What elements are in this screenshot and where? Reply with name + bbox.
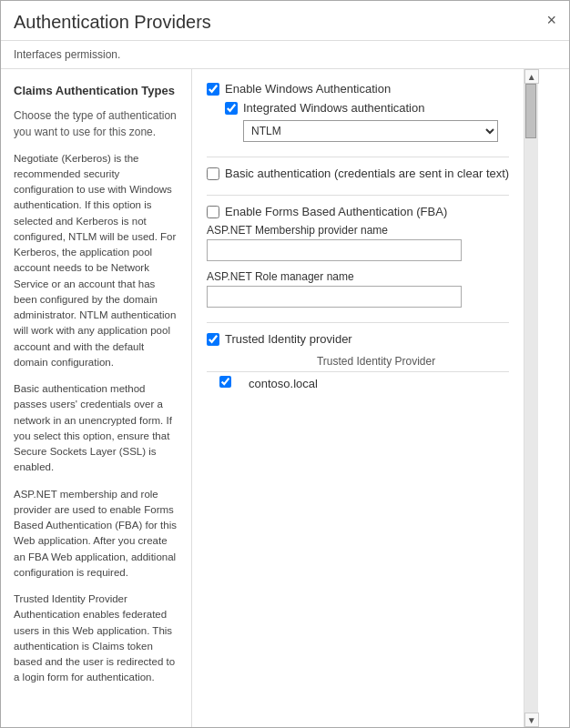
basic-auth-checkbox[interactable] [207, 167, 219, 180]
trusted-provider-name-cell: contoso.local [243, 372, 509, 395]
ntlm-dropdown-row: NTLM Negotiate (Kerberos) [243, 120, 509, 142]
authentication-providers-dialog: Authentication Providers × Interfaces pe… [0, 0, 570, 728]
main-content: Enable Windows Authentication Integrated… [192, 69, 524, 727]
role-manager-group: ASP.NET Role manager name [207, 270, 509, 308]
trusted-table-body: contoso.local [207, 372, 509, 395]
role-manager-label: ASP.NET Role manager name [207, 270, 509, 283]
trusted-identity-section: Trusted Identity provider Trusted Identi… [207, 332, 509, 394]
right-panel: Enable Windows Authentication Integrated… [192, 69, 524, 727]
enable-windows-auth-label: Enable Windows Authentication [225, 82, 391, 96]
integrated-windows-auth-row: Integrated Windows authentication [225, 101, 509, 115]
role-manager-input[interactable] [207, 286, 462, 308]
trusted-table-provider-col: Trusted Identity Provider [243, 351, 509, 372]
integrated-windows-auth-checkbox[interactable] [225, 102, 238, 115]
trusted-provider-row: contoso.local [207, 372, 509, 395]
dialog-header: Authentication Providers × [1, 1, 569, 41]
scroll-up-arrow[interactable]: ▲ [524, 69, 539, 84]
sidebar-block-kerberos: Negotiate (Kerberos) is the recommended … [14, 151, 178, 371]
basic-auth-label: Basic authentication (credentials are se… [225, 167, 509, 180]
close-button[interactable]: × [546, 12, 556, 28]
membership-provider-group: ASP.NET Membership provider name [207, 224, 509, 261]
sidebar-block-aspnet: ASP.NET membership and role provider are… [14, 487, 178, 581]
forms-auth-row: Enable Forms Based Authentication (FBA) [207, 205, 509, 218]
scroll-track [524, 84, 538, 713]
scroll-down-arrow[interactable]: ▼ [524, 713, 539, 727]
trusted-provider-checkbox[interactable] [219, 376, 231, 388]
trusted-table-head: Trusted Identity Provider [207, 351, 509, 372]
integrated-windows-auth-label: Integrated Windows authentication [243, 101, 424, 115]
enable-windows-auth-checkbox[interactable] [207, 83, 219, 96]
dialog-subtitle: Interfaces permission. [1, 41, 569, 69]
membership-provider-label: ASP.NET Membership provider name [207, 224, 509, 237]
trusted-table-checkbox-col [207, 351, 243, 372]
dialog-body: Claims Authentication Types Choose the t… [1, 69, 569, 727]
basic-auth-section: Basic authentication (credentials are se… [207, 167, 509, 180]
windows-auth-section: Enable Windows Authentication Integrated… [207, 82, 509, 142]
forms-auth-label: Enable Forms Based Authentication (FBA) [225, 205, 447, 218]
trusted-identity-checkbox[interactable] [207, 333, 219, 346]
divider-2 [207, 195, 509, 196]
membership-provider-input[interactable] [207, 239, 462, 261]
sidebar-section-title: Claims Authentication Types [14, 82, 178, 100]
windows-auth-sub: Integrated Windows authentication NTLM N… [207, 101, 509, 142]
trusted-table-header-row: Trusted Identity Provider [207, 351, 509, 372]
sidebar-block-trusted: Trusted Identity Provider Authentication… [14, 592, 178, 686]
forms-auth-section: Enable Forms Based Authentication (FBA) … [207, 205, 509, 308]
divider-1 [207, 157, 509, 157]
forms-auth-checkbox[interactable] [207, 206, 219, 218]
divider-3 [207, 322, 509, 323]
basic-auth-row: Basic authentication (credentials are se… [207, 167, 509, 180]
ntlm-dropdown[interactable]: NTLM Negotiate (Kerberos) [243, 120, 498, 142]
sidebar: Claims Authentication Types Choose the t… [1, 69, 192, 727]
sidebar-intro: Choose the type of authentication you wa… [14, 107, 178, 140]
trusted-identity-table: Trusted Identity Provider contoso.local [207, 351, 509, 394]
trusted-identity-label: Trusted Identity provider [225, 332, 352, 346]
trusted-provider-checkbox-cell [207, 372, 243, 395]
scroll-thumb[interactable] [525, 84, 536, 138]
scrollbar: ▲ ▼ [524, 69, 538, 727]
trusted-identity-row: Trusted Identity provider [207, 332, 509, 346]
dialog-title: Authentication Providers [14, 12, 211, 33]
enable-windows-auth-row: Enable Windows Authentication [207, 82, 509, 96]
sidebar-block-basic-auth: Basic authentication method passes users… [14, 381, 178, 476]
